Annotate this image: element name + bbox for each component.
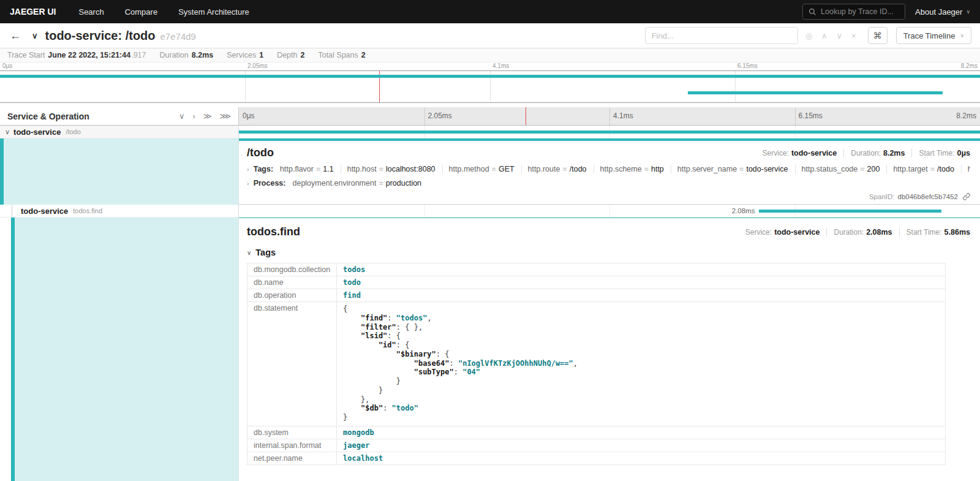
clear-find-icon[interactable]: × — [850, 31, 858, 41]
trace-id-lookup — [802, 4, 905, 20]
span-service-name: todo-service — [21, 206, 68, 216]
process-accordion-label[interactable]: Process: — [254, 179, 286, 187]
keyboard-shortcuts-button[interactable]: ⌘ — [868, 27, 888, 44]
span-id-row: SpanID: db046b8efc5b7452 — [247, 193, 970, 200]
find-input[interactable] — [645, 27, 798, 44]
tag-value: mongodb — [343, 428, 374, 437]
tag-key: db.name — [247, 276, 337, 289]
span-operation-name: /todo — [66, 128, 80, 135]
table-row: db.statement { "find": "todos", "filter"… — [247, 302, 946, 426]
tag-key: internal.span.format — [247, 439, 337, 452]
chevron-down-icon[interactable]: ∨ — [5, 128, 10, 136]
next-match-icon[interactable]: ∨ — [835, 31, 845, 41]
tag-value: todo — [343, 278, 361, 287]
tick-label: 0μs — [243, 112, 255, 120]
detail-meta: Service:todo-service Duration:8.2ms Star… — [763, 149, 970, 157]
timeline-ticks-header: 0μs 2.05ms 4.1ms 6.15ms 8.2ms — [239, 107, 980, 126]
meta-duration: Duration:2.08ms — [826, 228, 892, 237]
tag-pill: http.route=/todo — [528, 165, 594, 173]
chevron-right-icon[interactable]: › — [247, 180, 249, 187]
expand-all-icon[interactable]: ⋙ — [220, 112, 232, 120]
tag-key: db.statement — [247, 302, 337, 426]
tick-label: 4.1ms — [492, 62, 509, 69]
tag-key: db.mongodb.collection — [247, 263, 337, 276]
grid-line — [609, 107, 610, 125]
tag-pill: http.user_agent=M… — [968, 165, 970, 173]
top-nav: JAEGER UI Search Compare System Architec… — [0, 0, 980, 23]
process-pill: deployment.environment=production — [292, 179, 428, 187]
span-service-name: todo-service — [13, 127, 61, 137]
span-row-todos-find: todo-service todos.find 2.08ms — [0, 205, 980, 218]
detail-meta: Service:todo-service Duration:2.08ms Sta… — [745, 228, 970, 237]
tick-label: 2.05ms — [247, 62, 268, 69]
table-row: net.peer.name localhost — [247, 452, 946, 464]
about-jaeger-menu[interactable]: About Jaeger ∨ — [915, 7, 970, 17]
span-tree-offset[interactable] — [0, 218, 239, 481]
trace-view-select[interactable]: Trace Timeline ∨ — [896, 27, 971, 44]
span-bar-todo[interactable] — [239, 131, 980, 134]
chevron-down-icon: ∨ — [966, 9, 970, 15]
span-detail-todos-find: todos.find Service:todo-service Duration… — [239, 218, 980, 481]
tag-pill: http.flavor=1.1 — [280, 165, 341, 173]
tags-accordion-label[interactable]: Tags: — [254, 165, 273, 173]
nav-item-system-architecture[interactable]: System Architecture — [168, 0, 260, 23]
detail-title-row: /todo Service:todo-service Duration:8.2m… — [247, 146, 970, 159]
meta-start-time: Start Time:5.86ms — [899, 228, 970, 237]
span-timeline-cell: 2.08ms — [239, 205, 980, 218]
chevron-right-icon[interactable]: › — [247, 165, 249, 173]
time-marker-line — [526, 107, 526, 125]
focus-match-icon[interactable]: ◎ — [804, 31, 814, 41]
tag-key: db.system — [247, 426, 337, 439]
tag-value: localhost — [343, 454, 383, 463]
span-detail-row-todos-find: todos.find Service:todo-service Duration… — [0, 218, 980, 481]
grid-line — [795, 107, 796, 125]
expand-one-icon[interactable]: › — [193, 112, 195, 120]
service-operation-title: Service & Operation — [7, 112, 179, 121]
tick-label: 6.15ms — [799, 112, 823, 120]
tag-pill: http.server_name=todo-service — [677, 165, 796, 173]
tag-key: db.operation — [247, 289, 337, 302]
tick-label: 2.05ms — [428, 112, 452, 120]
back-button[interactable]: ← — [6, 29, 24, 42]
trace-collapse-chevron-icon[interactable]: ∨ — [31, 31, 39, 40]
trace-id-input[interactable] — [821, 7, 899, 16]
tags-section-toggle[interactable]: ∨ Tags — [247, 248, 970, 257]
tags-table: db.mongodb.collection todos db.name todo… — [247, 263, 946, 465]
nav-item-search[interactable]: Search — [68, 0, 114, 23]
nav-right: About Jaeger ∨ — [802, 4, 980, 20]
table-row: db.name todo — [247, 276, 946, 289]
grid-line — [609, 205, 610, 217]
trace-header: ← ∨ todo-service: /todoe7e74d9 ◎ ∧ ∨ × ⌘… — [0, 23, 980, 48]
span-operation-name: todos.find — [73, 207, 102, 214]
trace-title-text: todo-service: /todo — [45, 29, 156, 42]
trace-id-short: e7e74d9 — [160, 31, 196, 42]
prev-match-icon[interactable]: ∧ — [820, 31, 829, 41]
span-name-cell-todos-find[interactable]: todo-service todos.find — [0, 205, 239, 218]
indent-guide — [12, 205, 12, 217]
tick-label: 8.2ms — [961, 62, 978, 69]
collapse-all-icon[interactable]: ≫ — [203, 112, 212, 120]
meta-start-time: Start Time:0μs — [911, 149, 970, 157]
minimap-span-bar — [688, 91, 943, 94]
page-title: todo-service: /todoe7e74d9 — [45, 29, 196, 43]
span-tree-offset[interactable] — [0, 138, 239, 205]
trace-view-label: Trace Timeline — [903, 31, 956, 40]
span-name-cell-todo[interactable]: ∨ todo-service /todo — [0, 126, 239, 138]
nav-item-compare[interactable]: Compare — [115, 0, 168, 23]
app-logo[interactable]: JAEGER UI — [0, 7, 68, 17]
trace-minimap[interactable] — [0, 70, 980, 103]
tag-key: net.peer.name — [247, 452, 337, 464]
tick-label: 8.2ms — [956, 112, 976, 120]
span-bar-todos-find[interactable]: 2.08ms — [759, 210, 941, 213]
meta-service: Service:todo-service — [745, 228, 820, 237]
trace-services: Services 1 — [227, 51, 263, 59]
trace-start: Trace Start June 22 2022, 15:21:44.917 — [7, 51, 146, 59]
collapse-one-icon[interactable]: ∨ — [179, 112, 185, 120]
link-icon[interactable] — [963, 193, 970, 200]
tick-label: 6.15ms — [737, 62, 758, 69]
tag-value: find — [343, 291, 361, 300]
meta-duration: Duration:8.2ms — [843, 149, 905, 157]
main-nav: Search Compare System Architecture — [68, 0, 259, 23]
minimap-tick-labels: 0μs 2.05ms 4.1ms 6.15ms 8.2ms — [0, 62, 980, 70]
tick-label: 0μs — [2, 62, 12, 69]
